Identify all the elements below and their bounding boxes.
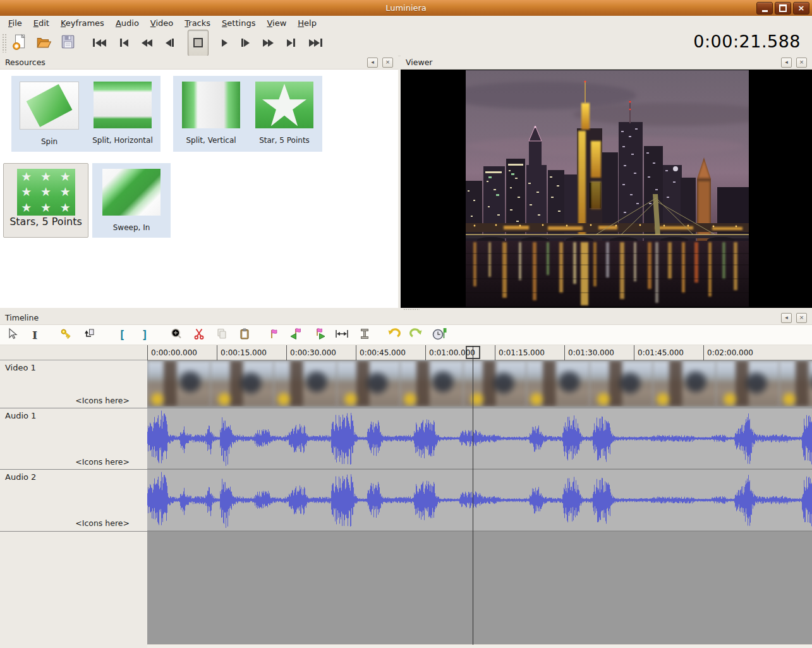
resource-group: Sweep, In bbox=[92, 163, 171, 238]
zoom-tool-button[interactable] bbox=[169, 328, 183, 342]
razor-tool-button[interactable]: I bbox=[28, 328, 42, 342]
mark-in-button[interactable]: [ bbox=[115, 328, 129, 342]
cut-button[interactable] bbox=[192, 328, 206, 342]
keyframe-tool-button[interactable] bbox=[59, 328, 73, 342]
save-project-icon bbox=[59, 34, 76, 52]
frame-forward-icon bbox=[241, 39, 250, 47]
main-toolbar bbox=[0, 30, 812, 56]
resource-item-star-5-points[interactable]: Star, 5 Points bbox=[248, 82, 321, 146]
resources-panel: Resources ◂ × Spin Split, Horizontal Spl… bbox=[0, 56, 398, 308]
track-icons-placeholder: <Icons here> bbox=[75, 457, 130, 467]
track-separator bbox=[0, 469, 812, 470]
select-tool-button[interactable] bbox=[5, 328, 19, 342]
detach-icon: ◂ bbox=[785, 59, 788, 65]
track-name: Video 1 bbox=[5, 363, 36, 372]
horizontal-scrollbar[interactable] bbox=[147, 644, 812, 648]
audio-clip-2[interactable] bbox=[147, 470, 812, 530]
frame-back-button[interactable] bbox=[166, 34, 174, 52]
resize-tool-button[interactable] bbox=[82, 328, 96, 342]
close-button[interactable]: × bbox=[793, 2, 809, 15]
previous-marker-button[interactable] bbox=[289, 328, 303, 342]
video-thumbnail bbox=[210, 361, 274, 407]
fit-timeline-button[interactable] bbox=[335, 328, 349, 342]
ruler-tick-label: 0:00:30.000 bbox=[286, 345, 336, 360]
stars-thumbnail-icon: ★★★ ★★★ ★★★ bbox=[17, 169, 75, 216]
stop-button[interactable] bbox=[188, 30, 209, 56]
next-section-button[interactable] bbox=[287, 34, 296, 52]
maximize-button[interactable] bbox=[775, 2, 791, 15]
next-marker-button[interactable] bbox=[312, 328, 326, 342]
redo-button[interactable] bbox=[409, 328, 423, 342]
resource-item-sweep-in[interactable]: Sweep, In bbox=[95, 169, 168, 232]
open-project-icon bbox=[35, 34, 52, 52]
paste-button[interactable] bbox=[238, 328, 251, 342]
rewind-button[interactable] bbox=[142, 34, 152, 52]
video-thumbnail bbox=[337, 361, 400, 407]
resources-detach-button[interactable]: ◂ bbox=[367, 58, 378, 68]
skip-to-start-button[interactable] bbox=[92, 34, 106, 52]
play-button[interactable] bbox=[222, 34, 227, 52]
track-icons-placeholder: <Icons here> bbox=[75, 518, 130, 528]
open-project-button[interactable] bbox=[33, 32, 54, 54]
ruler-tick-label: 0:02:00.000 bbox=[703, 345, 753, 360]
resource-item-spin[interactable]: Spin bbox=[13, 82, 86, 146]
resource-item-split-horizontal[interactable]: Split, Horizontal bbox=[86, 82, 159, 146]
resource-label: Stars, 5 Points bbox=[9, 216, 82, 228]
menu-view[interactable]: View bbox=[261, 17, 292, 29]
titlebar[interactable]: Luminiera × bbox=[0, 0, 812, 16]
menu-keyframes[interactable]: Keyframes bbox=[55, 17, 110, 29]
previous-section-button[interactable] bbox=[119, 34, 128, 52]
undo-button[interactable] bbox=[387, 328, 401, 342]
frame-forward-button[interactable] bbox=[241, 34, 250, 52]
save-project-button[interactable] bbox=[57, 32, 78, 54]
menu-help[interactable]: Help bbox=[292, 17, 322, 29]
resource-label: Spin bbox=[41, 137, 58, 146]
minimize-button[interactable] bbox=[756, 2, 773, 15]
menu-audio[interactable]: Audio bbox=[110, 17, 145, 29]
add-marker-button[interactable] bbox=[267, 328, 281, 342]
menu-settings[interactable]: Settings bbox=[216, 17, 261, 29]
resources-close-button[interactable]: × bbox=[382, 58, 393, 68]
resources-title: Resources bbox=[5, 58, 45, 67]
track-header-audio1: Audio 1 <Icons here> bbox=[0, 408, 147, 469]
clock-icon bbox=[432, 327, 447, 343]
resources-list: Spin Split, Horizontal Split, Vertical bbox=[0, 70, 398, 308]
viewer-title: Viewer bbox=[406, 58, 433, 67]
marker-right-icon bbox=[312, 327, 326, 343]
undo-icon bbox=[387, 327, 401, 343]
timeline-detach-button[interactable]: ◂ bbox=[781, 313, 792, 323]
resource-label: Split, Horizontal bbox=[92, 136, 153, 145]
menu-video[interactable]: Video bbox=[145, 17, 179, 29]
menu-file[interactable]: File bbox=[3, 17, 28, 29]
snap-tool-button[interactable] bbox=[358, 328, 372, 342]
marker-left-icon bbox=[289, 327, 303, 343]
pointer-icon bbox=[6, 327, 18, 343]
skip-to-end-button[interactable] bbox=[309, 34, 323, 52]
video-clip[interactable] bbox=[147, 361, 812, 407]
resources-header: Resources ◂ × bbox=[0, 56, 398, 70]
new-project-button[interactable] bbox=[9, 32, 30, 54]
timeline-ruler[interactable]: 0:00:00.0000:00:15.0000:00:30.0000:00:45… bbox=[0, 345, 812, 360]
fast-forward-button[interactable] bbox=[263, 34, 274, 52]
audio-clip-1[interactable] bbox=[147, 408, 812, 468]
star-thumbnail-icon bbox=[255, 82, 313, 128]
play-timer-button[interactable] bbox=[432, 328, 446, 342]
mark-out-button[interactable]: ] bbox=[138, 328, 152, 342]
copy-button[interactable] bbox=[215, 328, 229, 342]
viewer-detach-button[interactable]: ◂ bbox=[781, 58, 792, 68]
menu-tracks[interactable]: Tracks bbox=[179, 17, 216, 29]
detach-icon: ◂ bbox=[785, 315, 788, 321]
fast-forward-icon bbox=[263, 39, 274, 47]
viewer-header: Viewer ◂ × bbox=[401, 56, 812, 70]
playhead-line[interactable] bbox=[473, 346, 473, 645]
viewer-close-button[interactable]: × bbox=[796, 58, 807, 68]
previous-section-icon bbox=[119, 39, 128, 47]
clipboard-icon bbox=[238, 327, 251, 343]
new-project-icon bbox=[11, 34, 28, 52]
toolbar-grip[interactable] bbox=[2, 34, 6, 52]
resource-item-stars-5-points-selected[interactable]: ★★★ ★★★ ★★★ Stars, 5 Points bbox=[3, 163, 88, 238]
resource-item-split-vertical[interactable]: Split, Vertical bbox=[174, 82, 248, 146]
timeline-close-button[interactable]: × bbox=[796, 313, 807, 323]
menu-edit[interactable]: Edit bbox=[28, 17, 55, 29]
video-thumbnail bbox=[400, 361, 463, 407]
